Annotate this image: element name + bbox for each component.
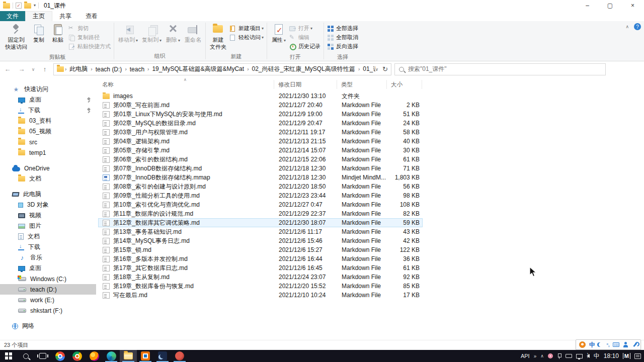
copy-to-button[interactable]: 复制到 xyxy=(140,22,164,45)
address-dropdown-icon[interactable]: ∨ xyxy=(375,67,379,72)
tab-view[interactable]: 查看 xyxy=(78,11,105,21)
taskbar-red-app-button[interactable] xyxy=(171,350,188,362)
select-all-button[interactable]: 全部选择 xyxy=(327,25,358,32)
file-row[interactable]: 第10章_索引优化与查询优化.md2021/12/27 0:47Markdown… xyxy=(98,200,423,209)
maximize-button[interactable]: ▢ xyxy=(599,0,621,11)
ime-logo-icon[interactable] xyxy=(579,341,586,348)
hidden-icons-chevron[interactable]: ∧ xyxy=(540,353,544,358)
sidebar-item-quick-access[interactable]: 快速访问 xyxy=(0,84,96,95)
clock[interactable]: 18:10 xyxy=(604,352,619,359)
file-row[interactable]: 第11章_数据库的设计规范.md2021/12/29 22:37Markdown… xyxy=(98,209,423,218)
sidebar-item-folder-src[interactable]: src xyxy=(0,137,96,147)
file-row[interactable]: 第06章_索引的数据结构.md2021/12/15 22:06Markdown … xyxy=(98,155,423,164)
breadcrumb-segment[interactable]: 此电脑 xyxy=(67,65,90,73)
tab-home[interactable]: 主页 xyxy=(25,11,52,21)
file-row[interactable]: 第07章_InnoDB数据存储结构.md2021/12/18 12:30Mark… xyxy=(98,164,423,173)
file-row[interactable]: 第02章_MySQL的数据目录.md2021/12/9 20:47Markdow… xyxy=(98,119,423,128)
ime-keyboard-icon[interactable] xyxy=(613,342,619,347)
ime-punctuation-icon[interactable]: °, xyxy=(606,342,609,347)
breadcrumb-segment[interactable]: 01_课件 xyxy=(361,65,375,73)
help-icon[interactable]: ? xyxy=(634,23,641,30)
ime-language-bar[interactable]: 中 °, xyxy=(576,339,641,350)
edit-button[interactable]: 编辑 xyxy=(289,34,320,41)
sidebar-item-documents[interactable]: 文档 xyxy=(0,231,96,242)
task-view-button[interactable] xyxy=(34,350,51,362)
search-input[interactable]: 搜索"01_课件" xyxy=(394,63,606,75)
tab-share[interactable]: 共享 xyxy=(52,11,78,21)
tray-api-label[interactable]: API xyxy=(521,353,530,359)
delete-button[interactable]: 删除 xyxy=(164,22,183,45)
tray-more-icon[interactable]: » xyxy=(534,353,537,359)
sidebar-item-folder-03-ziliao[interactable]: 03_资料 xyxy=(0,116,96,126)
sidebar-item-onedrive[interactable]: OneDrive xyxy=(0,163,96,173)
taskbar-app-button[interactable] xyxy=(137,350,154,362)
volume-icon[interactable] xyxy=(587,354,590,358)
taskbar-mysql-tool-button[interactable] xyxy=(154,350,171,362)
file-row[interactable]: 第05章_存储引擎.md2021/12/14 15:07Markdown Fil… xyxy=(98,146,423,155)
file-row[interactable]: 第09章_性能分析工具的使用.md2021/12/23 23:44Markdow… xyxy=(98,191,423,200)
paste-button[interactable]: 粘贴 xyxy=(48,22,67,45)
copy-path-button[interactable]: 复制路径 xyxy=(68,34,111,41)
forward-button[interactable]: → xyxy=(16,65,27,73)
new-item-button[interactable]: 新建项目 xyxy=(229,25,264,32)
sidebar-item-pictures[interactable]: 图片 xyxy=(0,221,96,231)
tray-flower-icon[interactable] xyxy=(548,353,553,358)
close-button[interactable]: × xyxy=(621,0,644,11)
move-to-button[interactable]: 移动到 xyxy=(116,22,140,45)
breadcrumb-segment[interactable]: teach xyxy=(128,66,146,73)
recent-locations-icon[interactable]: ∨ xyxy=(30,67,36,72)
pin-to-quick-access-button[interactable]: 固定到 快速访问 xyxy=(3,22,29,52)
start-button[interactable] xyxy=(0,350,17,362)
sidebar-item-onedrive-docs[interactable]: 文档 xyxy=(0,173,96,184)
file-row[interactable]: 第01章_Linux下MySQL的安装与使用.md2021/12/9 19:00… xyxy=(98,110,423,119)
file-row[interactable]: 第00章_写在前面.md2021/12/7 20:40Markdown File… xyxy=(98,101,423,110)
usb-icon[interactable] xyxy=(557,353,561,359)
notification-center-icon[interactable] xyxy=(634,353,641,359)
sidebar-item-drive-c[interactable]: Windows (C:) xyxy=(0,274,96,284)
sidebar-item-drive-d[interactable]: teach (D:) xyxy=(0,284,96,295)
column-header-size[interactable]: 大小 xyxy=(387,80,422,89)
collapse-ribbon-icon[interactable]: ∧ xyxy=(625,24,629,29)
file-row[interactable]: 写在最后.md2021/12/10 10:24Markdown File17 K… xyxy=(98,291,423,300)
file-row[interactable]: 第13章_事务基础知识.md2021/12/6 11:17Markdown Fi… xyxy=(98,227,423,236)
new-folder-button[interactable]: 新建 文件夹 xyxy=(208,22,228,52)
taskbar-edge-button[interactable] xyxy=(103,350,120,362)
breadcrumb-segment[interactable]: teach (D:) xyxy=(94,66,124,73)
sidebar-item-desktop[interactable]: 桌面 xyxy=(0,263,96,274)
cut-button[interactable]: 剪切 xyxy=(68,25,111,32)
file-row[interactable]: 第14章_MySQL事务日志.md2021/12/6 15:46Markdown… xyxy=(98,236,423,245)
history-button[interactable]: 历史记录 xyxy=(289,43,320,50)
file-row[interactable]: 第08章_索引的创建与设计原则.md2021/12/20 18:50Markdo… xyxy=(98,182,423,191)
refresh-icon[interactable]: ↻ xyxy=(382,65,388,73)
address-bar[interactable]: ›此电脑›teach (D:)›teach›19_MySQL基础篇&高级篇&My… xyxy=(53,63,391,75)
ime-account-icon[interactable] xyxy=(623,342,628,347)
taskbar-explorer-button[interactable] xyxy=(120,350,137,362)
sidebar-item-3d-objects[interactable]: 3D 对象 xyxy=(0,200,96,210)
sidebar-item-videos[interactable]: 视频 xyxy=(0,210,96,221)
taskbar-search-button[interactable] xyxy=(17,350,34,362)
device-icon[interactable] xyxy=(566,354,572,358)
rename-button[interactable]: 重命名 xyxy=(183,22,203,45)
paste-shortcut-button[interactable]: 粘贴快捷方式 xyxy=(68,43,111,50)
sidebar-item-drive-e[interactable]: work (E:) xyxy=(0,295,96,305)
sidebar-item-downloads[interactable]: 下载 xyxy=(0,242,96,252)
minimize-button[interactable]: – xyxy=(576,0,599,11)
ime-chinese-mode-icon[interactable]: 中 xyxy=(589,342,595,348)
ime-mode-indicator[interactable]: 中 xyxy=(594,352,600,360)
back-button[interactable]: ← xyxy=(2,65,13,73)
taskbar-firefox-button[interactable] xyxy=(86,350,103,362)
qat-dropdown-icon[interactable]: ▾ xyxy=(34,4,36,8)
sidebar-item-downloads-quick[interactable]: 下载 xyxy=(0,105,96,116)
file-row[interactable]: 第03章_用户与权限管理.md2021/12/11 19:17Markdown … xyxy=(98,128,423,137)
sidebar-item-folder-temp1[interactable]: temp1 xyxy=(0,147,96,158)
file-row[interactable]: 第15章_锁.md2021/12/6 15:27Markdown File122… xyxy=(98,245,423,254)
easy-access-button[interactable]: 轻松访问 xyxy=(229,34,264,41)
sidebar-item-folder-05-shipin[interactable]: 05_视频 xyxy=(0,126,96,137)
ime-fullwidth-icon[interactable] xyxy=(599,342,603,347)
taskbar-chrome-button[interactable] xyxy=(51,350,68,362)
file-row[interactable]: 第07章_InnoDB数据存储结构.mmap2021/12/18 12:30Mi… xyxy=(98,173,423,182)
sidebar-item-music[interactable]: 音乐 xyxy=(0,252,96,263)
sidebar-item-desktop-quick[interactable]: 桌面 xyxy=(0,95,96,105)
file-row[interactable]: 第16章_多版本并发控制.md2021/12/6 16:44Markdown F… xyxy=(98,254,423,263)
ime-badge[interactable]: M xyxy=(623,353,630,359)
